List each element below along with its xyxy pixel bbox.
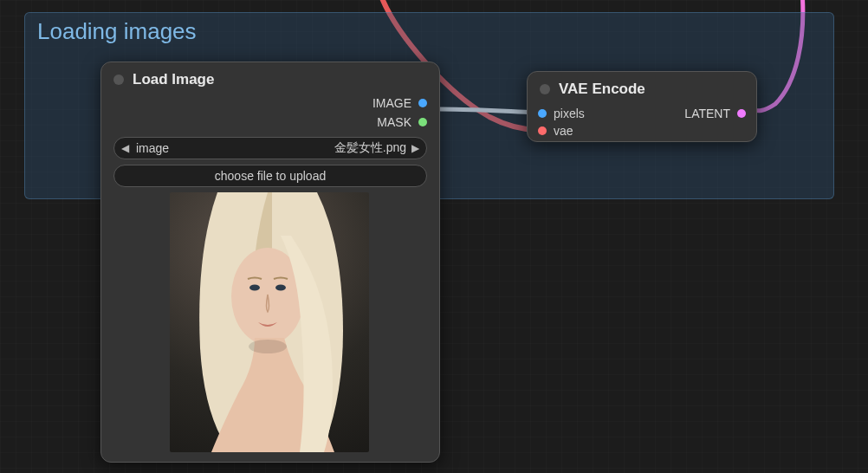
input-label-vae: vae (554, 124, 573, 138)
output-row-image: IMAGE (101, 94, 439, 113)
upload-button-label: choose file to upload (215, 169, 326, 183)
collapse-dot-icon[interactable] (113, 75, 124, 85)
svg-point-1 (249, 285, 260, 291)
chevron-right-icon[interactable]: ▶ (411, 142, 419, 154)
output-port-mask[interactable] (418, 118, 427, 126)
node-title: Load Image (133, 71, 214, 88)
image-preview (113, 192, 425, 452)
node-header[interactable]: Load Image (101, 62, 439, 94)
input-row-vae: vae (538, 124, 642, 138)
preview-image (170, 192, 369, 452)
output-label-mask: MASK (377, 115, 411, 129)
output-row-mask: MASK (101, 113, 439, 132)
output-label-latent: LATENT (684, 107, 730, 120)
widget-label: image (136, 141, 169, 155)
collapse-dot-icon[interactable] (540, 84, 550, 94)
group-title[interactable]: Loading images (25, 13, 833, 50)
node-header[interactable]: VAE Encode (528, 72, 756, 103)
output-port-latent[interactable] (737, 109, 746, 118)
image-filename-widget[interactable]: ◀ image 金髪女性.png ▶ (113, 137, 427, 159)
input-label-pixels: pixels (554, 107, 585, 120)
input-port-vae[interactable] (538, 126, 547, 135)
node-vae-encode[interactable]: VAE Encode pixels vae LATENT (527, 71, 757, 142)
input-row-pixels: pixels (538, 107, 642, 120)
chevron-left-icon[interactable]: ◀ (121, 142, 129, 154)
node-load-image[interactable]: Load Image IMAGE MASK ◀ image 金髪女性.png ▶… (100, 62, 440, 463)
upload-button[interactable]: choose file to upload (113, 165, 427, 187)
input-port-pixels[interactable] (538, 109, 547, 118)
output-row-latent: LATENT (684, 107, 746, 120)
node-title: VAE Encode (559, 81, 645, 98)
output-label-image: IMAGE (372, 96, 411, 110)
svg-point-3 (249, 340, 287, 353)
widget-value: 金髪女性.png (334, 140, 406, 156)
output-port-image[interactable] (418, 99, 427, 107)
svg-point-2 (275, 285, 286, 291)
